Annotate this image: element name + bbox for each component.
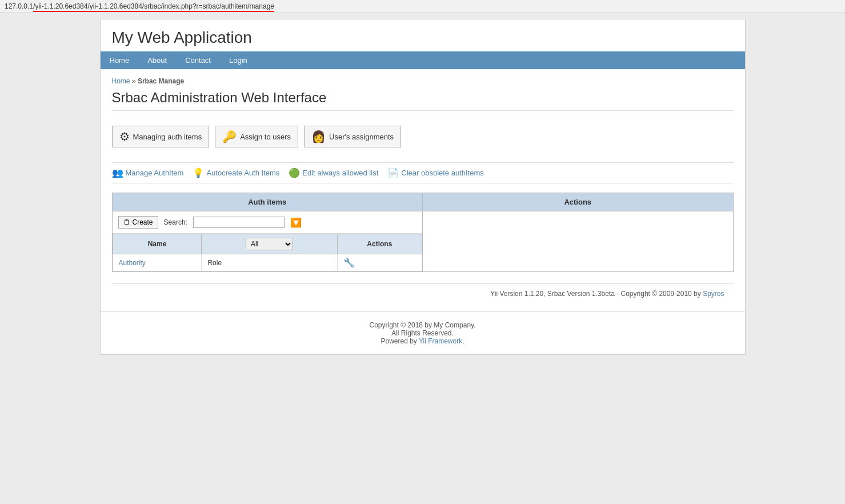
autocreate-auth-items-link[interactable]: 💡 Autocreate Auth Items xyxy=(193,167,279,178)
main-container: My Web Application Home About Contact Lo… xyxy=(100,19,746,355)
url-prefix: 127.0.0.1 xyxy=(5,2,33,10)
doc-icon: 📄 xyxy=(387,167,399,178)
version-text: Yii Version 1.1.20, Srbac Version 1.3bet… xyxy=(490,290,701,298)
female-icon: 👩 xyxy=(311,130,326,143)
address-bar: 127.0.0.1/yii-1.1.20.6ed384/yii-1.1.20.6… xyxy=(0,0,845,13)
action-buttons: ⚙ Managing auth items 🔑 Assign to users … xyxy=(112,120,734,153)
copyright-line1: Copyright © 2018 by My Company. xyxy=(110,321,736,329)
col-actions: Actions xyxy=(337,234,422,254)
table-section: Auth items 🗒 Create Search: 🔽 xyxy=(112,193,734,272)
nav-login[interactable]: Login xyxy=(220,51,257,69)
table-toolbar: 🗒 Create Search: 🔽 xyxy=(113,211,423,234)
nav-contact[interactable]: Contact xyxy=(176,51,220,69)
create-label: Create xyxy=(133,218,153,226)
breadcrumb-current: Srbac Manage xyxy=(138,77,184,85)
create-doc-icon: 🗒 xyxy=(123,218,130,226)
key-icon: 🔑 xyxy=(222,130,237,143)
search-label: Search: xyxy=(164,218,187,226)
green-dot-icon: 🟢 xyxy=(289,167,300,178)
clear-obsolete-link[interactable]: 📄 Clear obsolete authItems xyxy=(387,167,484,178)
filter-icon[interactable]: 🔽 xyxy=(290,217,302,228)
assign-to-users-label: Assign to users xyxy=(240,133,291,141)
gear-icon: ⚙ xyxy=(119,130,130,143)
row-name: Authority xyxy=(113,254,202,271)
search-input[interactable] xyxy=(193,217,285,228)
users-assignments-button[interactable]: 👩 User's assignments xyxy=(304,126,401,147)
lightbulb-icon: 💡 xyxy=(193,167,204,178)
auth-items-panel: Auth items 🗒 Create Search: 🔽 xyxy=(113,193,423,271)
edit-always-allowed-link[interactable]: 🟢 Edit always allowed list xyxy=(289,167,378,178)
spyros-link[interactable]: Spyros xyxy=(703,290,724,298)
copyright-line2: All Rights Reserved. xyxy=(110,329,736,337)
page-title: Srbac Administration Web Interface xyxy=(112,90,734,111)
col-name: Name xyxy=(113,234,202,254)
authority-link[interactable]: Authority xyxy=(119,259,146,267)
actions-panel: Actions xyxy=(423,193,733,271)
edit-always-allowed-label: Edit always allowed list xyxy=(302,169,378,177)
actions-header: Actions xyxy=(423,193,733,211)
address-url: 127.0.0.1/yii-1.1.20.6ed384/yii-1.1.20.6… xyxy=(5,2,274,10)
nav-bar: Home About Contact Login xyxy=(101,51,745,69)
create-button[interactable]: 🗒 Create xyxy=(118,216,158,229)
row-action-icon[interactable]: 🔧 xyxy=(343,258,355,267)
breadcrumb: Home » Srbac Manage xyxy=(112,77,734,85)
nav-about[interactable]: About xyxy=(138,51,176,69)
manage-icon: 👥 xyxy=(112,167,123,178)
footer-copyright: Copyright © 2018 by My Company. All Righ… xyxy=(101,311,745,354)
col-type: All Operation Task Role xyxy=(202,234,337,254)
footer-version: Yii Version 1.1.20, Srbac Version 1.3bet… xyxy=(112,283,734,303)
autocreate-label: Autocreate Auth Items xyxy=(206,169,279,177)
users-assignments-label: User's assignments xyxy=(329,133,394,141)
type-select[interactable]: All Operation Task Role xyxy=(246,238,293,250)
copyright-line3: Powered by Yii Framework. xyxy=(110,337,736,345)
table-header-row: Name All Operation Task Role xyxy=(113,234,422,254)
breadcrumb-separator: » xyxy=(132,77,138,85)
url-path: /yii-1.1.20.6ed384/yii-1.1.20.6ed384/srb… xyxy=(33,2,274,12)
nav-home[interactable]: Home xyxy=(101,51,139,69)
manage-authitem-link[interactable]: 👥 Manage AuthItem xyxy=(112,167,184,178)
managing-auth-items-button[interactable]: ⚙ Managing auth items xyxy=(112,126,210,147)
tool-bar: 👥 Manage AuthItem 💡 Autocreate Auth Item… xyxy=(112,162,734,183)
clear-obsolete-label: Clear obsolete authItems xyxy=(401,169,484,177)
row-actions: 🔧 xyxy=(337,254,422,271)
managing-auth-items-label: Managing auth items xyxy=(133,133,202,141)
breadcrumb-home[interactable]: Home xyxy=(112,77,130,85)
manage-authitem-label: Manage AuthItem xyxy=(126,169,184,177)
row-type: Role xyxy=(202,254,337,271)
page-wrapper: My Web Application Home About Contact Lo… xyxy=(0,13,845,504)
assign-to-users-button[interactable]: 🔑 Assign to users xyxy=(215,126,298,147)
content-area: Home » Srbac Manage Srbac Administration… xyxy=(101,69,745,311)
app-title: My Web Application xyxy=(101,19,745,51)
auth-items-table: Name All Operation Task Role xyxy=(113,234,423,271)
yii-framework-link[interactable]: Yii Framework xyxy=(419,337,462,345)
auth-items-header: Auth items xyxy=(113,193,423,211)
table-row: Authority Role 🔧 xyxy=(113,254,422,271)
